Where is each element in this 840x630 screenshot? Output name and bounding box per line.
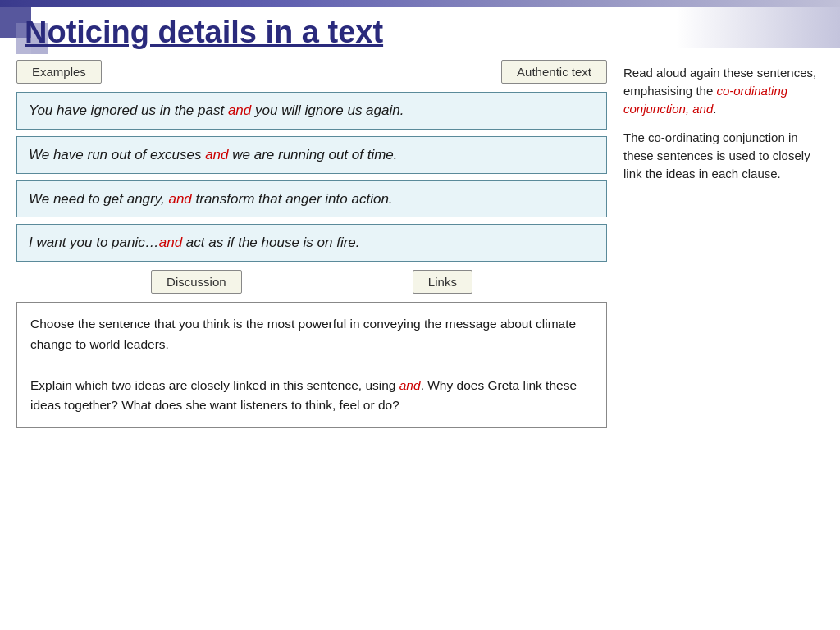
discussion-button[interactable]: Discussion	[151, 270, 242, 294]
right-para-2: The co-ordinating conjunction in these s…	[623, 129, 824, 182]
sentence-1-and: and	[228, 103, 251, 118]
right-para1-period: .	[713, 102, 716, 116]
sentence-4: I want you to panic…and act as if the ho…	[16, 224, 607, 262]
left-column: Examples Authentic text You have ignored…	[16, 60, 607, 428]
discussion-and: and	[399, 378, 421, 392]
links-button[interactable]: Links	[413, 270, 472, 294]
content-columns: Examples Authentic text You have ignored…	[16, 60, 824, 428]
sentence-3-part1: We need to get angry,	[29, 191, 168, 207]
authentic-text-button[interactable]: Authentic text	[501, 60, 607, 84]
sentence-1-part2: you will ignore us again.	[251, 103, 404, 118]
sentence-4-and: and	[159, 235, 182, 250]
right-column: Read aloud again these sentences, emphas…	[623, 60, 824, 428]
right-para2-text: The co-ordinating conjunction in these s…	[623, 130, 810, 180]
sentence-4-part1: I want you to panic…	[29, 235, 159, 250]
right-para-1: Read aloud again these sentences, emphas…	[623, 64, 824, 117]
top-bar	[0, 0, 840, 7]
page-title: Noticing details in a text	[25, 15, 824, 50]
sentence-3-and: and	[168, 191, 191, 207]
sentence-2: We have run out of excuses and we are ru…	[16, 136, 607, 174]
examples-button[interactable]: Examples	[16, 60, 102, 84]
sentence-2-and: and	[205, 147, 228, 162]
sentence-3: We need to get angry, and transform that…	[16, 180, 607, 218]
discussion-line2-prefix: Explain which two ideas are closely link…	[30, 378, 399, 392]
button-row-top: Examples Authentic text	[16, 60, 607, 84]
discussion-line2: Explain which two ideas are closely link…	[30, 376, 593, 417]
sentence-4-part2: act as if the house is on fire.	[182, 235, 359, 250]
button-row-bottom: Discussion Links	[16, 270, 607, 294]
sentence-1-part1: You have ignored us in the past	[29, 103, 228, 118]
discussion-line1: Choose the sentence that you think is th…	[30, 314, 593, 355]
main-content: Noticing details in a text Examples Auth…	[0, 7, 840, 436]
discussion-box: Choose the sentence that you think is th…	[16, 302, 607, 428]
sentence-3-part2: transform that anger into action.	[192, 191, 393, 207]
sentence-2-part2: we are running out of time.	[229, 147, 398, 162]
sentence-2-part1: We have run out of excuses	[29, 147, 205, 162]
sentence-1: You have ignored us in the past and you …	[16, 92, 607, 130]
